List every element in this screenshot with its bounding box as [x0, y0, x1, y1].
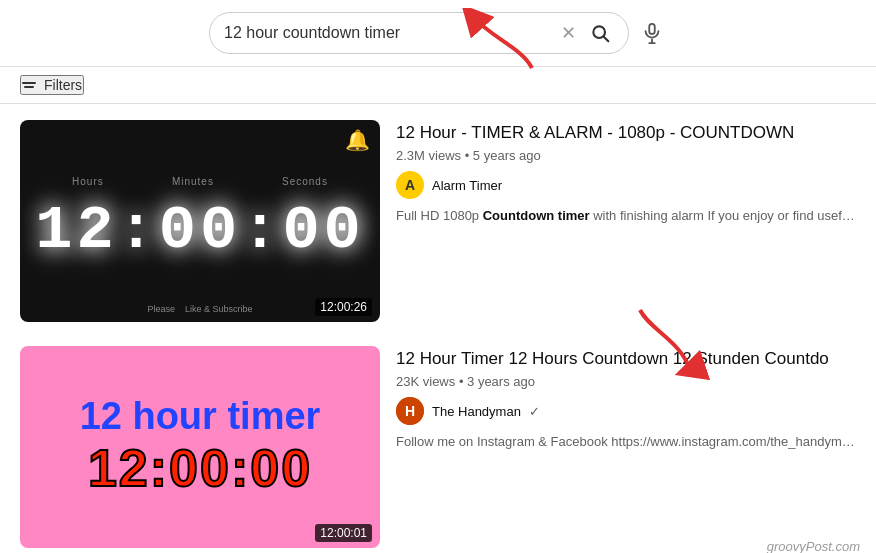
filters-row: Filters	[0, 67, 876, 104]
thumb2-title: 12 hour timer	[80, 396, 321, 438]
search-input-wrapper: ✕	[209, 12, 629, 54]
video-result-2: 12 hour timer 12:00:00 12:00:01 12 Hour …	[20, 346, 856, 548]
thumb1-labels: Hours Minutes Seconds	[38, 176, 362, 187]
filters-label-text: Filters	[44, 77, 82, 93]
clear-button[interactable]: ✕	[557, 24, 580, 42]
handyman-avatar-svg: H	[396, 397, 424, 425]
video-meta-1: 2.3M views • 5 years ago	[396, 148, 856, 163]
video-desc-2: Follow me on Instagram & Facebook https:…	[396, 433, 856, 451]
search-input[interactable]	[224, 24, 551, 42]
channel-name-1: Alarm Timer	[432, 178, 502, 193]
thumbnail-1[interactable]: Hours Minutes Seconds 12:00:00 Please Li…	[20, 120, 380, 322]
video-info-1: 12 Hour - TIMER & ALARM - 1080p - COUNTD…	[396, 120, 856, 225]
search-bar-row: ✕	[0, 0, 876, 67]
svg-line-1	[604, 37, 609, 42]
thumbnail-2[interactable]: 12 hour timer 12:00:00 12:00:01	[20, 346, 380, 548]
results-area: Hours Minutes Seconds 12:00:00 Please Li…	[0, 104, 876, 553]
search-icon	[590, 23, 610, 43]
channel-name-2: The Handyman	[432, 404, 521, 419]
age-2: 3 years ago	[467, 374, 535, 389]
mic-button[interactable]	[637, 18, 667, 48]
watermark: groovyPost.com	[767, 539, 860, 553]
views-1: 2.3M views	[396, 148, 461, 163]
video-title-2[interactable]: 12 Hour Timer 12 Hours Countdown 12 Stun…	[396, 348, 856, 370]
svg-text:H: H	[405, 403, 415, 419]
thumb1-duration: 12:00:26	[315, 298, 372, 316]
views-2: 23K views	[396, 374, 455, 389]
video-result-1: Hours Minutes Seconds 12:00:00 Please Li…	[20, 120, 856, 322]
video-channel-1[interactable]: A Alarm Timer	[396, 171, 856, 199]
video-info-2: 12 Hour Timer 12 Hours Countdown 12 Stun…	[396, 346, 856, 451]
channel-avatar-2: H	[396, 397, 424, 425]
channel-avatar-1: A	[396, 171, 424, 199]
desc-bold-1: Countdown timer	[483, 208, 590, 223]
video-title-1[interactable]: 12 Hour - TIMER & ALARM - 1080p - COUNTD…	[396, 122, 856, 144]
thumb2-duration: 12:00:01	[315, 524, 372, 542]
age-1: 5 years ago	[473, 148, 541, 163]
thumb1-bg: Hours Minutes Seconds 12:00:00 Please Li…	[20, 120, 380, 322]
svg-rect-2	[649, 24, 655, 34]
search-button[interactable]	[586, 19, 614, 47]
thumb2-time: 12:00:00	[88, 438, 312, 498]
video-meta-2: 23K views • 3 years ago	[396, 374, 856, 389]
verified-icon-2: ✓	[529, 404, 540, 419]
video-desc-1: Full HD 1080p Countdown timer with finis…	[396, 207, 856, 225]
video-channel-2[interactable]: H The Handyman ✓	[396, 397, 856, 425]
thumb1-time: 12:00:00	[35, 195, 365, 266]
filters-button[interactable]: Filters	[20, 75, 84, 95]
filter-icon	[22, 82, 36, 88]
thumb2-bg: 12 hour timer 12:00:00 12:00:01	[20, 346, 380, 548]
mic-icon	[641, 22, 663, 44]
bell-icon: 🔔	[345, 128, 370, 152]
